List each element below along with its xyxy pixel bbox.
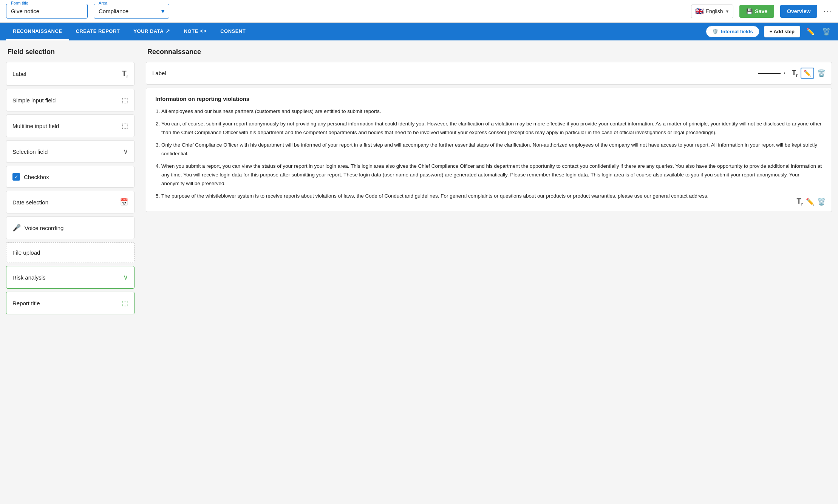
language-selector[interactable]: 🇬🇧 English ▼ (691, 5, 734, 18)
save-button[interactable]: 💾 Save (739, 5, 774, 18)
area-group: Area Compliance HR Legal Finance ▼ (94, 4, 169, 19)
nav-item-note[interactable]: NOTE <> (177, 23, 213, 40)
internal-fields-label: Internal fields (721, 29, 753, 34)
edit-step-button[interactable]: ✏️ (805, 26, 816, 37)
lang-chevron-icon: ▼ (725, 9, 729, 14)
field-card-simple-input[interactable]: Simple input field ⬚ (6, 89, 135, 111)
nav-label-your-data: YOUR DATA (133, 28, 164, 34)
external-link-icon: ↗ (165, 28, 170, 34)
nav-label-create-report: CREATE REPORT (76, 28, 120, 34)
date-selection-label: Date selection (12, 199, 48, 206)
edit-label-button[interactable]: ✏️ (801, 68, 814, 79)
field-card-label[interactable]: Label Tr (6, 62, 135, 86)
more-icon: ··· (823, 7, 832, 15)
top-bar: Form title Give notice Area Compliance H… (0, 0, 838, 23)
content-list: All employees and our business partners … (155, 107, 823, 200)
field-card-report-title[interactable]: Report title ⬚ (6, 292, 135, 314)
code-icon: <> (200, 28, 207, 34)
arrow-icon: → (758, 69, 787, 77)
list-item: Only the Chief Compliance Officer with h… (161, 141, 823, 158)
multiline-icon: ⬚ (122, 122, 128, 130)
overview-label: Overview (787, 8, 810, 14)
list-item: You can, of course, submit your report a… (161, 120, 823, 137)
chevron-down-icon: ∨ (123, 147, 128, 156)
input-icon: ⬚ (122, 96, 128, 104)
field-card-date[interactable]: Date selection 📅 (6, 191, 135, 213)
field-card-voice[interactable]: 🎤 Voice recording (6, 216, 135, 239)
save-icon: 💾 (746, 8, 753, 14)
input-green-icon: ⬚ (122, 299, 128, 307)
content-recon-card: Information on reporting violations All … (146, 88, 832, 212)
chevron-down-green-icon: ∨ (123, 273, 128, 281)
field-selection-title: Field selection (6, 48, 135, 56)
field-label-label: Label (12, 71, 26, 77)
add-step-label: + Add step (770, 29, 795, 34)
content-edit-button[interactable]: ✏️ (806, 198, 814, 206)
left-panel: Field selection Label Tr Simple input fi… (6, 48, 135, 484)
content-text-type-icon: Tr (797, 197, 803, 206)
report-title-label: Report title (12, 300, 40, 306)
field-card-multiline[interactable]: Multiline input field ⬚ (6, 114, 135, 137)
delete-step-button[interactable]: 🗑️ (821, 26, 832, 37)
field-card-risk-analysis[interactable]: Risk analysis ∨ (6, 266, 135, 289)
content-card-actions: Tr ✏️ 🗑️ (797, 197, 826, 206)
file-upload-label: File upload (12, 249, 40, 256)
label-card-header: Label → Tr ✏️ 🗑️ (146, 62, 832, 84)
reconnaissance-title: Reconnaissance (146, 48, 832, 56)
area-select-wrapper: Compliance HR Legal Finance ▼ (94, 4, 169, 19)
field-card-selection[interactable]: Selection field ∨ (6, 140, 135, 163)
calendar-icon: 📅 (120, 198, 128, 206)
microphone-icon: 🎤 (12, 224, 21, 232)
form-title-input[interactable]: Give notice (6, 4, 88, 19)
checkbox-icon: ✓ (12, 173, 20, 181)
more-button[interactable]: ··· (823, 7, 832, 15)
risk-analysis-label: Risk analysis (12, 274, 46, 281)
list-item: All employees and our business partners … (161, 107, 823, 116)
nav-item-create-report[interactable]: CREATE REPORT (69, 23, 127, 40)
selection-field-label: Selection field (12, 148, 48, 155)
content-card-body: Information on reporting violations All … (146, 88, 832, 212)
field-card-checkbox[interactable]: ✓ Checkbox (6, 166, 135, 188)
delete-label-button[interactable]: 🗑️ (817, 69, 826, 77)
nav-label-reconnaissance: RECONNAISSANCE (13, 28, 62, 34)
text-format-icon: Tr (122, 69, 128, 79)
right-panel: Reconnaissance Label → Tr ✏️ 🗑️ (146, 48, 832, 484)
nav-item-your-data[interactable]: YOUR DATA ↗ (127, 23, 177, 40)
language-label: English (706, 8, 723, 14)
trash-icon: 🗑️ (822, 28, 830, 36)
save-label: Save (755, 8, 767, 14)
simple-input-label: Simple input field (12, 97, 56, 104)
label-card-actions: → Tr ✏️ 🗑️ (758, 68, 826, 79)
pencil-icon: ✏️ (806, 28, 815, 36)
form-title-label: Form title (10, 1, 29, 5)
pencil-edit-icon: ✏️ (804, 70, 811, 77)
multiline-label: Multiline input field (12, 123, 59, 129)
list-item: When you submit a report, you can view t… (161, 162, 823, 188)
shield-icon: 🛡️ (712, 29, 718, 34)
form-title-group: Form title Give notice (6, 4, 88, 19)
nav-item-reconnaissance[interactable]: RECONNAISSANCE (6, 23, 69, 40)
label-card-title: Label (152, 70, 166, 76)
content-heading: Information on reporting violations (155, 96, 823, 102)
checkbox-label: Checkbox (24, 174, 49, 180)
area-label: Area (97, 1, 108, 5)
content-delete-button[interactable]: 🗑️ (817, 198, 826, 206)
internal-fields-button[interactable]: 🛡️ Internal fields (706, 26, 759, 37)
overview-button[interactable]: Overview (780, 5, 817, 18)
main-content: Field selection Label Tr Simple input fi… (0, 40, 838, 492)
nav-item-consent[interactable]: CONSENT (213, 23, 252, 40)
label-recon-card: Label → Tr ✏️ 🗑️ (146, 62, 832, 85)
list-item: The purpose of the whistleblower system … (161, 192, 823, 201)
nav-bar: RECONNAISSANCE CREATE REPORT YOUR DATA ↗… (0, 23, 838, 40)
flag-icon: 🇬🇧 (695, 7, 703, 15)
nav-label-consent: CONSENT (220, 28, 246, 34)
voice-recording-label: Voice recording (25, 225, 63, 231)
area-select[interactable]: Compliance HR Legal Finance (94, 4, 169, 19)
nav-label-note: NOTE (184, 28, 198, 34)
field-card-file-upload[interactable]: File upload (6, 242, 135, 263)
text-type-icon: Tr (792, 69, 798, 77)
add-step-button[interactable]: + Add step (764, 26, 800, 37)
